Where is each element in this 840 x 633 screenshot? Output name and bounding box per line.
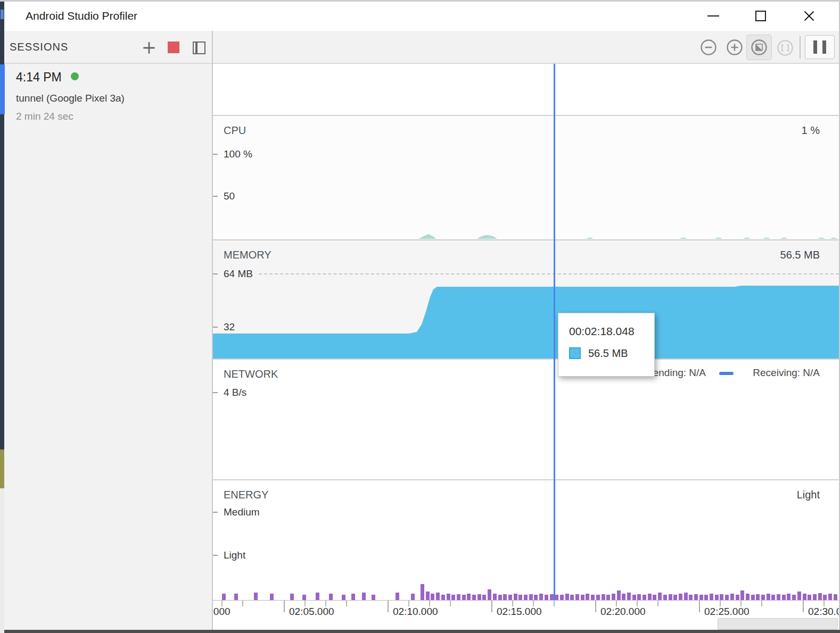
horizontal-scrollbar-thumb[interactable] — [718, 618, 838, 630]
energy-bar — [818, 593, 822, 600]
energy-bar — [436, 593, 440, 600]
energy-bar — [637, 594, 641, 600]
toolbar-separator — [800, 36, 801, 59]
tooltip-value: 56.5 MB — [588, 347, 628, 360]
energy-bars-layer — [213, 480, 839, 600]
energy-bar — [396, 593, 399, 600]
energy-bar — [828, 594, 832, 600]
time-axis-tick-minor — [761, 601, 762, 606]
energy-bar — [679, 594, 682, 600]
toggle-panel-icon[interactable] — [193, 41, 205, 54]
energy-bar — [808, 595, 811, 600]
playhead-line[interactable] — [554, 64, 555, 600]
energy-bar — [684, 593, 688, 600]
memory-max-dashed-line — [259, 273, 839, 274]
session-item[interactable]: 4:14 PM tunnel (Google Pixel 3a) 2 min 2… — [4, 64, 212, 125]
time-axis-tick-major — [491, 601, 492, 612]
frame-selection-icon[interactable] — [777, 39, 794, 56]
energy-bar — [767, 594, 770, 600]
energy-bar — [234, 594, 238, 600]
energy-bar — [699, 595, 703, 600]
energy-bar — [704, 595, 708, 600]
cpu-section[interactable]: CPU 1 % 100 % 50 — [213, 116, 839, 240]
energy-bar — [372, 595, 375, 600]
stop-session-button[interactable] — [168, 41, 179, 53]
energy-bar — [663, 595, 667, 600]
window-title: Android Studio Profiler — [26, 10, 137, 22]
time-axis-label: 02:00.000 — [213, 606, 230, 618]
time-axis-tick-major — [595, 601, 596, 612]
pause-icon — [813, 40, 817, 54]
energy-bar — [290, 594, 294, 600]
network-ytick-4bs: 4 B/s — [224, 387, 246, 398]
energy-bar — [411, 594, 415, 600]
energy-bar — [529, 594, 533, 600]
network-receiving-swatch — [719, 372, 734, 375]
pause-live-button[interactable] — [805, 35, 835, 59]
zoom-out-icon[interactable] — [700, 39, 717, 56]
maximize-button[interactable] — [755, 11, 766, 21]
minimize-button[interactable] — [707, 15, 719, 16]
energy-section[interactable]: ENERGY Light Medium Light — [213, 480, 839, 600]
memory-tooltip: 00:02:18.048 56.5 MB — [558, 313, 655, 377]
energy-bar — [627, 593, 631, 600]
energy-bar — [751, 595, 755, 600]
energy-bar — [720, 594, 723, 600]
energy-bar — [545, 595, 548, 600]
network-legend-sending: Sending: N/A — [646, 367, 706, 379]
energy-bar — [534, 595, 538, 600]
energy-bar — [222, 594, 226, 600]
session-time: 4:14 PM — [16, 70, 62, 85]
energy-bar — [725, 595, 729, 600]
energy-bar — [581, 595, 584, 600]
energy-bar — [462, 595, 466, 600]
memory-section[interactable]: MEMORY 56.5 MB 64 MB 32 — [213, 240, 839, 360]
time-axis-tick-minor — [346, 601, 347, 606]
memory-current-value: 56.5 MB — [780, 249, 820, 261]
reset-zoom-icon[interactable] — [751, 39, 768, 56]
session-device: tunnel (Google Pixel 3a) — [16, 93, 125, 104]
energy-bar — [787, 594, 790, 600]
memory-title: MEMORY — [224, 249, 271, 261]
energy-bar — [316, 593, 319, 600]
close-button[interactable] — [804, 11, 814, 21]
energy-bar — [457, 594, 460, 600]
energy-bar — [362, 593, 366, 600]
time-axis-label: 02:15.000 — [497, 606, 542, 618]
energy-bar — [622, 594, 625, 600]
zoom-in-icon[interactable] — [726, 39, 743, 56]
energy-bar — [503, 594, 507, 600]
time-axis-label: 02:30.000 — [808, 606, 839, 618]
session-duration: 2 min 24 sec — [16, 111, 73, 122]
energy-bar — [632, 595, 636, 600]
network-section[interactable]: NETWORK 4 B/s Sending: N/A Receiving: N/… — [213, 360, 839, 480]
add-session-icon[interactable] — [141, 39, 158, 56]
energy-bar — [653, 595, 656, 600]
energy-bar — [524, 595, 528, 600]
network-legend: Sending: N/A Receiving: N/A — [213, 367, 839, 380]
network-legend-receiving: Receiving: N/A — [753, 367, 820, 379]
energy-bar — [606, 595, 610, 600]
energy-bar — [477, 594, 481, 600]
time-axis-label: 02:05.000 — [289, 606, 334, 618]
energy-bar — [560, 595, 564, 600]
time-axis-tick-major — [699, 601, 700, 612]
time-axis-tick-major — [803, 601, 804, 612]
energy-bar — [617, 590, 621, 600]
events-strip[interactable] — [213, 64, 839, 116]
sessions-panel — [4, 64, 212, 630]
energy-bar — [270, 594, 274, 600]
background-window-fleck — [1, 10, 4, 19]
energy-bar — [539, 594, 543, 600]
energy-bar — [508, 595, 512, 600]
energy-bar — [550, 594, 554, 600]
time-axis-tick-minor — [242, 601, 243, 606]
energy-bar — [431, 594, 434, 600]
energy-bar — [602, 594, 605, 600]
energy-bar — [518, 595, 522, 600]
energy-bar — [797, 592, 801, 600]
sessions-header: SESSIONS — [10, 41, 68, 53]
time-axis-label: 02:25.000 — [704, 606, 750, 618]
energy-bar — [715, 595, 719, 600]
cpu-ytick-100: 100 % — [224, 148, 252, 160]
